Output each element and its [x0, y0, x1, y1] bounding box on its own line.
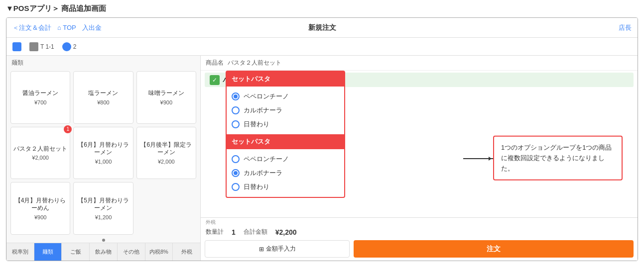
radio-dot: [234, 171, 238, 175]
bottom-tab[interactable]: 税率別: [6, 243, 34, 261]
app-frame: ＜注文＆会計 ⌂ TOP 入出金 新規注文 店長 T 1-1 2 麺類 醤油ラー…: [6, 17, 638, 261]
radio-circle: [232, 169, 240, 177]
product-name: 【6月後半】限定ラーメン: [139, 141, 194, 157]
option-item[interactable]: 日替わり: [232, 117, 339, 131]
quantity-value: 1: [232, 228, 236, 236]
product-card[interactable]: パスタ２人前セット ¥2,000 1: [10, 127, 70, 180]
product-name: 醤油ラーメン: [22, 90, 58, 97]
product-price: ¥2,000: [32, 155, 49, 161]
product-card[interactable]: 【6月】月替わりラーメン ¥1,000: [73, 127, 133, 180]
home-button[interactable]: ⌂ TOP: [57, 24, 76, 31]
option-item-label: ペペロンチーノ: [244, 92, 289, 101]
basket-icon-item[interactable]: [12, 42, 21, 51]
option-item[interactable]: 日替わり: [232, 180, 339, 194]
product-card[interactable]: 醤油ラーメン ¥700: [10, 71, 70, 124]
option-item[interactable]: ペペロンチーノ: [232, 90, 339, 103]
product-name: 味噌ラーメン: [148, 90, 184, 97]
product-price: ¥700: [34, 99, 46, 105]
nav-left: ＜注文＆会計 ⌂ TOP 入出金: [12, 23, 102, 32]
nav-center-title: 新規注文: [308, 23, 336, 32]
option-group-2-items: ペペロンチーノ カルボナーラ 日替わり: [227, 149, 344, 197]
basket-icon: [12, 42, 21, 51]
scroll-dot-1: [102, 239, 105, 242]
product-name: パスタ２人前セット: [13, 145, 67, 153]
product-name-label: 商品名: [206, 59, 224, 67]
radio-dot: [234, 94, 238, 98]
option-group-1-header: セットパスタ: [227, 72, 344, 87]
callout-box: 1つのオプショングループを1つの商品に複数回設定できるようになりました。: [493, 136, 623, 181]
product-badge: 1: [64, 125, 72, 133]
person-label: 2: [73, 43, 77, 50]
bottom-tab[interactable]: 内税8%: [145, 243, 173, 261]
product-card[interactable]: 【6月後半】限定ラーメン ¥2,000: [136, 127, 196, 180]
bottom-tab[interactable]: その他: [118, 243, 145, 261]
nav-right[interactable]: 店長: [619, 23, 632, 32]
radio-circle: [232, 120, 240, 128]
bottom-tab[interactable]: 外税: [173, 243, 200, 261]
total-value: ¥2,200: [275, 228, 297, 236]
product-name: 塩ラーメン: [88, 90, 118, 97]
product-name: 【6月】月替わりラーメン: [76, 141, 130, 157]
bottom-tab[interactable]: ご飯: [62, 243, 90, 261]
quantity-label: 数量計: [206, 228, 224, 236]
option-item-label: 日替わり: [244, 120, 269, 129]
product-name: 【4月】月替わりらーめん: [13, 197, 68, 212]
bottom-tab[interactable]: 麺類: [34, 243, 62, 261]
order-header: 商品名 パスタ２人前セット: [201, 56, 638, 71]
callout-text: 1つのオプショングループを1つの商品に複数回設定できるようになりました。: [501, 144, 612, 172]
option-group-1-items: ペペロンチーノ カルボナーラ 日替わり: [227, 87, 344, 134]
cash-button[interactable]: ⊞ 金額手入力: [205, 240, 350, 258]
product-card[interactable]: 味噌ラーメン ¥900: [136, 71, 196, 124]
total-label: 合計金額: [244, 228, 267, 236]
table-icon: [29, 42, 38, 51]
table-label: T 1-1: [40, 43, 54, 50]
product-price: ¥1,200: [95, 214, 112, 220]
person-icon: [62, 42, 71, 51]
check-icon: ✓: [210, 75, 220, 85]
footer-buttons: ⊞ 金額手入力 注文: [201, 238, 638, 261]
category-label: 麺類: [6, 56, 200, 68]
radio-circle: [232, 155, 240, 163]
radio-circle: [232, 106, 240, 114]
product-price: ¥900: [34, 214, 46, 220]
product-name: 【5月】月替わりラーメン: [76, 197, 130, 212]
table-icon-item[interactable]: T 1-1: [29, 42, 54, 51]
option-item-label: 日替わり: [244, 182, 269, 191]
product-card[interactable]: 塩ラーメン ¥800: [73, 71, 133, 124]
product-grid: 醤油ラーメン ¥700 塩ラーメン ¥800 味噌ラーメン ¥900 パスタ２人…: [6, 68, 200, 238]
product-price: ¥900: [160, 99, 172, 105]
icon-bar: T 1-1 2: [6, 38, 638, 56]
bottom-tab[interactable]: 飲み物: [90, 243, 118, 261]
right-panel: 商品名 パスタ２人前セット ✓ パスタ２人前セット セットパスタ ペペロンチーノ: [201, 56, 638, 261]
footer-summary: 数量計 1 合計金額 ¥2,200: [201, 226, 638, 238]
option-item[interactable]: カルボナーラ: [232, 103, 339, 117]
bottom-tabs: 税率別麺類ご飯飲み物その他内税8%外税: [6, 243, 200, 261]
option-item-label: カルボナーラ: [244, 106, 282, 115]
scroll-indicator: [6, 238, 200, 243]
option-item[interactable]: カルボナーラ: [232, 166, 339, 180]
back-button[interactable]: ＜注文＆会計: [12, 23, 51, 32]
radio-circle: [232, 183, 240, 191]
product-price: ¥800: [97, 99, 109, 105]
radio-circle: [232, 92, 240, 100]
cash-button-label: 金額手入力: [266, 245, 296, 253]
transfer-button[interactable]: 入出金: [82, 23, 102, 32]
callout-line: [463, 158, 493, 159]
product-price: ¥1,000: [95, 159, 112, 165]
product-name-value: パスタ２人前セット: [228, 59, 281, 67]
option-item-label: カルボナーラ: [244, 169, 282, 178]
tax-label: 外税: [201, 218, 638, 226]
option-group-2-header: セットパスタ: [227, 134, 344, 149]
order-footer: 外税 数量計 1 合計金額 ¥2,200 ⊞ 金額手入力 注文: [201, 217, 638, 261]
product-card[interactable]: 【4月】月替わりらーめん ¥900: [10, 182, 70, 235]
cash-icon: ⊞: [259, 246, 264, 253]
product-price: ¥2,000: [158, 159, 175, 165]
person-icon-item[interactable]: 2: [62, 42, 77, 51]
order-button[interactable]: 注文: [354, 240, 634, 258]
option-item[interactable]: ペペロンチーノ: [232, 152, 339, 166]
option-item-label: ペペロンチーノ: [244, 155, 289, 164]
left-panel: 麺類 醤油ラーメン ¥700 塩ラーメン ¥800 味噌ラーメン ¥900 パス…: [6, 56, 201, 261]
nav-bar: ＜注文＆会計 ⌂ TOP 入出金 新規注文 店長: [6, 18, 638, 38]
page-title: ▼POSアプリ＞ 商品追加画面: [0, 0, 644, 17]
product-card[interactable]: 【5月】月替わりラーメン ¥1,200: [73, 182, 133, 235]
